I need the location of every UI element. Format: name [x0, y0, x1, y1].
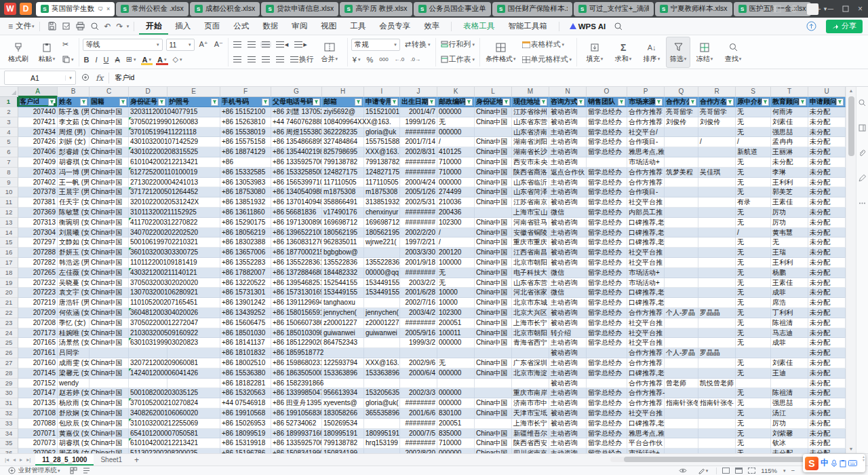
cell[interactable]: 被动咨询: [549, 308, 587, 318]
cell[interactable]: +86 15538019: [220, 128, 271, 138]
increase-font-icon[interactable]: A⁺: [198, 40, 210, 49]
cell[interactable]: 未分配: [808, 228, 846, 238]
cell[interactable]: chenxinyur: [364, 208, 400, 218]
cell[interactable]: 主动咨询: [549, 137, 587, 147]
cell[interactable]: 主动咨询: [549, 429, 587, 439]
cell[interactable]: [400, 348, 437, 358]
cell[interactable]: 被动咨询: [549, 419, 587, 429]
cell[interactable]: 365535896: [364, 408, 400, 419]
cell[interactable]: China中国: [475, 338, 512, 348]
cell[interactable]: +86 13439252: [220, 308, 271, 318]
filter-dropdown-icon[interactable]: [836, 98, 844, 106]
cell[interactable]: 口碑推荐,老: [627, 288, 665, 298]
cell[interactable]: +86 13611860: [220, 208, 271, 218]
cell[interactable]: [665, 208, 698, 218]
cell[interactable]: [698, 449, 736, 453]
cell[interactable]: 200051: [437, 419, 475, 429]
select-all-corner[interactable]: [0, 87, 18, 97]
cell[interactable]: China中国: [475, 258, 512, 268]
cell[interactable]: China中国: [90, 298, 129, 308]
cell[interactable]: [665, 318, 698, 328]
cell[interactable]: 口碑推荐,老: [627, 298, 665, 308]
cell[interactable]: 主动咨询: [549, 368, 587, 379]
cell[interactable]: 上海市长宁: [512, 419, 549, 429]
cell[interactable]: China中国: [90, 398, 129, 408]
cell[interactable]: 指南针张冬: [665, 398, 698, 408]
cell[interactable]: [665, 197, 698, 208]
cell[interactable]: 山东省东营: [512, 278, 549, 288]
strikethrough-button[interactable]: A: [113, 56, 121, 64]
cell[interactable]: [90, 379, 129, 389]
row-number[interactable]: 33: [0, 419, 18, 429]
cell[interactable]: 无: [736, 258, 771, 268]
filter-dropdown-icon[interactable]: [577, 98, 585, 106]
cell[interactable]: China中国: [475, 268, 512, 278]
cell[interactable]: [665, 358, 698, 368]
cell[interactable]: +44 07546918: [220, 398, 271, 408]
cell[interactable]: [129, 348, 167, 358]
cell[interactable]: +86 15196786: [220, 449, 271, 453]
cell[interactable]: [437, 379, 475, 389]
cell[interactable]: wjrwe221(: [364, 238, 400, 248]
cell[interactable]: 未分配: [808, 449, 846, 453]
cell[interactable]: 207135: [18, 398, 58, 408]
cell[interactable]: 电子科技大: [512, 268, 549, 278]
cell[interactable]: 2005/9/16: [400, 328, 437, 339]
cell[interactable]: 无: [736, 268, 771, 278]
cell[interactable]: +86 15332585: [220, 168, 271, 178]
cell[interactable]: 无: [736, 157, 771, 168]
cell[interactable]: +86 18302388: [220, 238, 271, 248]
cell[interactable]: 180995191: [364, 429, 400, 439]
row-number[interactable]: 2: [0, 107, 18, 117]
menu-tab-表格工具[interactable]: 表格工具: [456, 18, 501, 35]
cell[interactable]: 2002/7/16: [400, 298, 437, 308]
cell[interactable]: 主动咨询: [549, 147, 587, 157]
cell[interactable]: 汤景然 (女: [58, 338, 90, 348]
avatar[interactable]: [807, 3, 818, 15]
font-name-select[interactable]: 等线▾: [83, 39, 163, 51]
conditional-format-button[interactable]: 条件格式▾: [484, 37, 518, 68]
system-app-caret-icon[interactable]: ▾: [58, 468, 60, 474]
cell[interactable]: 207421: [18, 117, 58, 128]
header-cell[interactable]: 客户id: [18, 97, 58, 107]
cell[interactable]: 未分配: [771, 157, 808, 168]
cell[interactable]: [665, 268, 698, 278]
cell[interactable]: 四川省南充: [512, 449, 549, 453]
cell[interactable]: 陈祖清: [771, 318, 808, 328]
cell[interactable]: +86 13220522: [220, 278, 271, 288]
cell[interactable]: [665, 218, 698, 228]
cell[interactable]: [665, 178, 698, 188]
cell[interactable]: China中国: [90, 228, 129, 238]
cell[interactable]: +86 1506607386: [271, 318, 322, 328]
cell[interactable]: 207088: [18, 419, 58, 429]
column-header-F[interactable]: F: [220, 87, 271, 97]
cell[interactable]: 未分配: [808, 218, 846, 228]
cell[interactable]: 王晨宇 (男: [58, 187, 90, 197]
comma-style-icon[interactable]: 000: [378, 56, 389, 62]
cell[interactable]: 留学总经办: [587, 208, 627, 218]
cell[interactable]: +86 15731301: [220, 288, 271, 298]
format-painter-button[interactable]: 格式刷: [4, 37, 33, 68]
minimize-button[interactable]: ─: [827, 4, 833, 14]
cell[interactable]: +86 1971300890: [271, 218, 322, 228]
cell[interactable]: gloria@uk(: [364, 398, 400, 408]
cell[interactable]: China中国: [90, 449, 129, 453]
cell[interactable]: 主动咨询: [549, 398, 587, 408]
cell[interactable]: China中国: [90, 168, 129, 178]
file-tab[interactable]: S国任财产保险样本.x: [492, 2, 572, 16]
cell[interactable]: 180562195: [322, 228, 364, 238]
cell[interactable]: 151521001: [364, 107, 400, 117]
cell[interactable]: [665, 388, 698, 398]
cell[interactable]: 000000: [437, 449, 475, 453]
cell[interactable]: 799138782: [364, 157, 400, 168]
cell[interactable]: +86 18056219: [220, 228, 271, 238]
rows-columns-button[interactable]: 行和列▾: [439, 39, 477, 50]
cell[interactable]: 108409964XXX@163.: [322, 117, 364, 128]
column-header-I[interactable]: I: [364, 87, 400, 97]
cell[interactable]: 370105200210270824: [129, 398, 167, 408]
cell[interactable]: China中国: [90, 438, 129, 449]
cell[interactable]: [698, 298, 736, 308]
cell[interactable]: 无: [736, 308, 771, 318]
fill-color-button[interactable]: A▾: [141, 56, 153, 64]
cell[interactable]: 赵若婷 (女: [58, 388, 90, 398]
